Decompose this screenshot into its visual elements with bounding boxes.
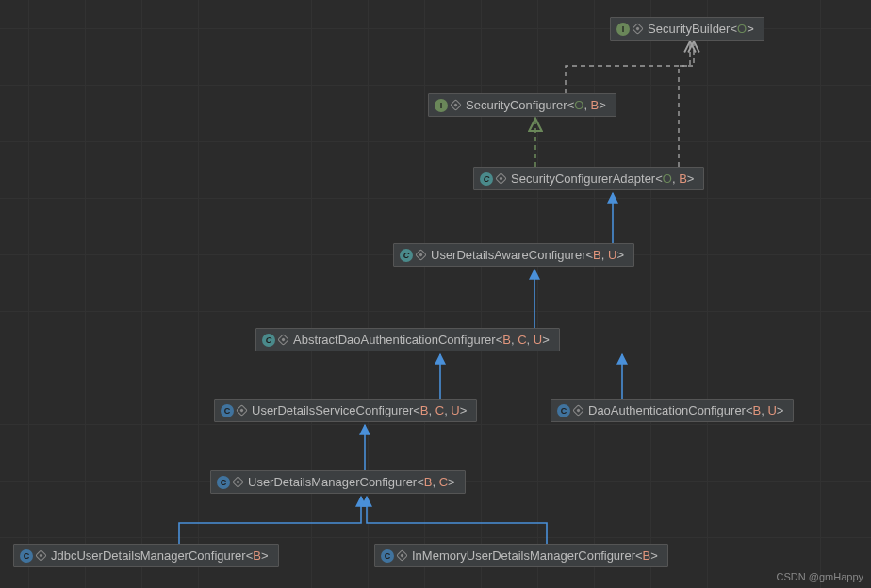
node-security-configurer-adapter[interactable]: SecurityConfigurerAdapter<O, B> xyxy=(473,167,704,190)
interface-icon xyxy=(435,99,448,112)
class-name-label: SecurityConfigurer<O, B> xyxy=(466,98,606,112)
node-jdbc-user-details-manager-configurer[interactable]: JdbcUserDetailsManagerConfigurer<B> xyxy=(13,544,279,567)
class-name-label: UserDetailsManagerConfigurer<B, C> xyxy=(248,475,455,489)
type-parameter: B xyxy=(502,333,511,347)
type-parameter: B xyxy=(753,403,762,417)
type-parameter: C xyxy=(518,333,526,347)
type-parameter: U xyxy=(767,403,776,417)
class-name-label: SecurityConfigurerAdapter<O, B> xyxy=(511,172,694,186)
class-name-text: JdbcUserDetailsManagerConfigurer xyxy=(51,548,246,563)
type-parameter: B xyxy=(593,248,601,262)
navigate-icon xyxy=(396,549,408,562)
type-parameter: C xyxy=(436,403,444,417)
node-dao-authentication-configurer[interactable]: DaoAuthenticationConfigurer<B, U> xyxy=(551,399,794,422)
abstract-class-icon xyxy=(480,172,493,186)
class-name-label: UserDetailsAwareConfigurer<B, U> xyxy=(431,248,624,262)
node-abstract-dao-authentication-configurer[interactable]: AbstractDaoAuthenticationConfigurer<B, C… xyxy=(255,328,560,351)
class-name-label: JdbcUserDetailsManagerConfigurer<B> xyxy=(51,548,269,563)
edge-jdbc-extends-manager xyxy=(179,497,361,544)
node-in-memory-user-details-manager-configurer[interactable]: InMemoryUserDetailsManagerConfigurer<B> xyxy=(374,544,668,567)
type-parameter: B xyxy=(420,403,429,417)
navigate-icon xyxy=(632,23,644,35)
navigate-icon xyxy=(232,476,244,488)
edge-inmemory-extends-manager xyxy=(367,497,547,544)
navigate-icon xyxy=(415,249,427,261)
type-parameter: U xyxy=(608,248,616,262)
type-parameter: B xyxy=(253,548,261,563)
interface-icon xyxy=(616,23,630,36)
node-user-details-aware-configurer[interactable]: UserDetailsAwareConfigurer<B, U> xyxy=(393,243,634,267)
class-name-text: AbstractDaoAuthenticationConfigurer xyxy=(293,333,496,347)
edge-configurer-uses-builder xyxy=(566,42,690,93)
abstract-class-icon xyxy=(400,249,413,262)
node-security-builder[interactable]: SecurityBuilder<O> xyxy=(610,17,764,41)
class-name-text: SecurityBuilder xyxy=(648,22,730,36)
class-name-text: DaoAuthenticationConfigurer xyxy=(588,403,746,417)
type-parameter: B xyxy=(679,172,687,186)
diagram-edges xyxy=(0,0,871,588)
class-name-text: SecurityConfigurerAdapter xyxy=(511,172,655,186)
class-name-text: UserDetailsManagerConfigurer xyxy=(248,475,417,489)
node-user-details-manager-configurer[interactable]: UserDetailsManagerConfigurer<B, C> xyxy=(210,470,466,494)
type-parameter: O xyxy=(574,98,583,112)
type-parameter: B xyxy=(591,98,600,112)
class-name-label: InMemoryUserDetailsManagerConfigurer<B> xyxy=(412,548,658,563)
class-name-label: DaoAuthenticationConfigurer<B, U> xyxy=(588,403,783,417)
abstract-class-icon xyxy=(262,334,275,347)
type-parameter: U xyxy=(451,403,459,417)
class-name-text: InMemoryUserDetailsManagerConfigurer xyxy=(412,548,635,563)
class-name-label: SecurityBuilder<O> xyxy=(648,22,754,36)
class-icon xyxy=(221,404,234,417)
navigate-icon xyxy=(236,404,248,416)
navigate-icon xyxy=(495,172,507,185)
node-security-configurer[interactable]: SecurityConfigurer<O, B> xyxy=(428,93,616,117)
type-parameter: C xyxy=(439,475,448,489)
diagram-canvas[interactable]: SecurityBuilder<O> SecurityConfigurer<O,… xyxy=(0,0,871,588)
type-parameter: O xyxy=(737,22,747,36)
class-icon xyxy=(557,404,570,417)
navigate-icon xyxy=(35,549,47,562)
navigate-icon xyxy=(572,404,584,416)
node-user-details-service-configurer[interactable]: UserDetailsServiceConfigurer<B, C, U> xyxy=(214,399,477,422)
class-name-text: SecurityConfigurer xyxy=(466,98,567,112)
type-parameter: O xyxy=(663,172,672,186)
edge-adapter-uses-builder xyxy=(679,42,694,167)
class-name-label: UserDetailsServiceConfigurer<B, C, U> xyxy=(252,403,467,417)
class-icon xyxy=(381,549,394,563)
navigate-icon xyxy=(277,334,289,346)
class-name-label: AbstractDaoAuthenticationConfigurer<B, C… xyxy=(293,333,550,347)
type-parameter: U xyxy=(534,333,542,347)
class-icon xyxy=(217,476,230,489)
type-parameter: B xyxy=(643,548,651,563)
watermark: CSDN @gmHappy xyxy=(777,571,863,582)
class-name-text: UserDetailsAwareConfigurer xyxy=(431,248,586,262)
class-name-text: UserDetailsServiceConfigurer xyxy=(252,403,413,417)
navigate-icon xyxy=(450,99,462,111)
class-icon xyxy=(20,549,33,563)
